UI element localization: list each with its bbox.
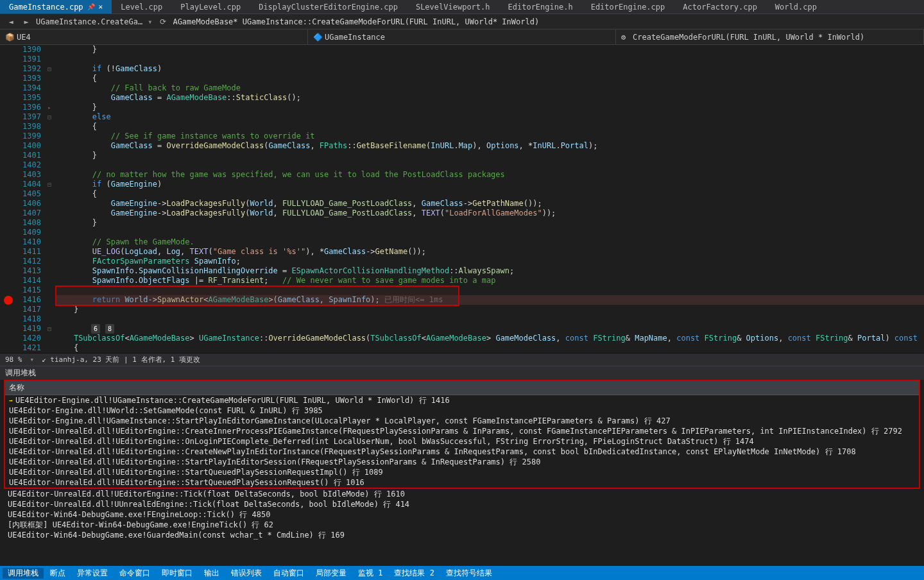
status-bar-tab[interactable]: 断点 — [45, 568, 71, 579]
code-line[interactable]: SpawnInfo.ObjectFlags |= RF_Transient; /… — [55, 276, 924, 286]
code-line[interactable] — [55, 160, 924, 170]
line-number: 1420 — [17, 334, 41, 343]
file-tab[interactable]: Level.cpp — [112, 0, 171, 13]
code-line[interactable] — [55, 228, 924, 237]
zoom-level[interactable]: 98 % — [5, 355, 22, 364]
callstack-column-header[interactable]: 名称 — [5, 381, 919, 395]
code-line[interactable]: // Spawn the GameMode. — [55, 237, 924, 247]
code-line[interactable] — [55, 286, 924, 295]
status-bar-tab[interactable]: 查找结果 2 — [389, 568, 439, 579]
code-line[interactable]: else — [55, 112, 924, 122]
file-tab[interactable]: PlayLevel.cpp — [171, 0, 250, 13]
code-line[interactable]: } — [55, 305, 924, 314]
code-line[interactable]: return World->SpawnActor<AGameModeBase>(… — [55, 295, 924, 305]
code-line[interactable]: } — [55, 103, 924, 112]
file-tab[interactable]: GameInstance.cpp📌✕ — [0, 0, 112, 13]
file-tab[interactable]: ActorFactory.cpp — [674, 0, 766, 13]
status-bar-tab[interactable]: 局部变量 — [311, 568, 352, 579]
callstack-frame[interactable]: UE4Editor-UnrealEd.dll!UEditorEngine::St… — [5, 457, 919, 467]
callstack-frame[interactable]: UE4Editor-UnrealEd.dll!UUnrealEdEngine::… — [0, 499, 924, 509]
callstack-frame[interactable]: UE4Editor-UnrealEd.dll!UEditorEngine::Cr… — [5, 447, 919, 457]
code-line[interactable]: } — [55, 151, 924, 160]
callstack-frame[interactable]: UE4Editor-Engine.dll!UWorld::SetGameMode… — [5, 405, 919, 416]
context-project[interactable]: 📦 UE4 — [0, 30, 308, 44]
callstack-frame[interactable]: ➡UE4Editor-Engine.dll!UGameInstance::Cre… — [5, 395, 919, 405]
code-line[interactable]: } — [55, 218, 924, 228]
file-tab[interactable]: World.cpp — [766, 0, 826, 13]
code-line[interactable]: TSubclassOf<AGameModeBase> UGameInstance… — [55, 334, 924, 343]
context-class[interactable]: 🔷 UGameInstance — [308, 30, 616, 44]
status-bar-tab[interactable]: 异常设置 — [72, 568, 113, 579]
code-line[interactable]: GameEngine->LoadPackagesFully(World, FUL… — [55, 209, 924, 218]
file-tab[interactable]: SLevelViewport.h — [407, 0, 499, 13]
fold-toggle-icon[interactable]: ⊟ — [44, 324, 55, 334]
file-tab[interactable]: EditorEngine.cpp — [582, 0, 674, 13]
context-function[interactable]: ⚙ CreateGameModeForURL(FURL InURL, UWorl… — [616, 30, 924, 44]
line-number: 1403 — [17, 170, 41, 180]
code-line[interactable]: SpawnInfo.SpawnCollisionHandlingOverride… — [55, 266, 924, 276]
close-icon[interactable]: ✕ — [99, 3, 103, 11]
code-line[interactable] — [55, 55, 924, 64]
status-bar-tab[interactable]: 查找符号结果 — [441, 568, 497, 579]
status-bar-tab[interactable]: 命令窗口 — [114, 568, 155, 579]
callstack-panel-title[interactable]: 调用堆栈 — [0, 366, 924, 380]
fold-toggle-icon[interactable]: ⊟ — [44, 112, 55, 122]
fold-toggle-icon[interactable]: ⊟ — [44, 180, 55, 189]
status-bar-tab[interactable]: 即时窗口 — [157, 568, 198, 579]
file-tab[interactable]: DisplayClusterEditorEngine.cpp — [250, 0, 407, 13]
code-line[interactable]: { — [55, 74, 924, 83]
line-number: 1405 — [17, 189, 41, 199]
code-lens-pill[interactable]: 8 — [105, 324, 114, 334]
status-bar-tab[interactable]: 输出 — [199, 568, 225, 579]
code-line[interactable]: { — [55, 189, 924, 199]
file-tab[interactable]: EditorEngine.h — [499, 0, 582, 13]
nav-short-path[interactable]: UGameInstance.CreateGa… — [36, 17, 142, 26]
status-bar-tab[interactable]: 自动窗口 — [268, 568, 309, 579]
callstack-frame[interactable]: UE4Editor-UnrealEd.dll!UEditorEngine::St… — [5, 467, 919, 477]
callstack-frame[interactable]: [内联框架] UE4Editor-Win64-DebugGame.exe!Eng… — [0, 520, 924, 530]
status-bar-tab[interactable]: 错误列表 — [226, 568, 267, 579]
code-line[interactable]: if (GameEngine) — [55, 180, 924, 189]
callstack-frame[interactable]: UE4Editor-Win64-DebugGame.exe!FEngineLoo… — [0, 509, 924, 520]
breakpoint-icon[interactable] — [4, 296, 13, 305]
function-icon: ⚙ — [621, 33, 630, 42]
code-line[interactable]: // See if game instance wants to overrid… — [55, 132, 924, 141]
callstack-frame[interactable]: UE4Editor-Engine.dll!UGameInstance::Star… — [5, 416, 919, 426]
line-number: 1390 — [17, 45, 41, 55]
navigation-bar: ◄ ► UGameInstance.CreateGa… ▾ ⟳ AGameMod… — [0, 14, 924, 30]
bottom-status-bar: 调用堆栈断点异常设置命令窗口即时窗口输出错误列表自动窗口局部变量监视 1查找结果… — [0, 566, 924, 580]
code-line[interactable]: GameClass = AGameModeBase::StaticClass()… — [55, 93, 924, 103]
pin-icon[interactable]: 📌 — [87, 3, 95, 10]
callstack-frame[interactable]: UE4Editor-UnrealEd.dll!UEditorEngine::On… — [5, 436, 919, 447]
code-line[interactable]: // no matter how the game was specified,… — [55, 170, 924, 180]
fold-toggle-icon[interactable]: ▸ — [44, 103, 55, 112]
callstack-frame[interactable]: UE4Editor-UnrealEd.dll!UEditorEngine::Ti… — [0, 489, 924, 499]
code-lens-pill[interactable]: 6 — [91, 324, 100, 334]
status-bar-tab[interactable]: 调用堆栈 — [3, 568, 44, 579]
code-content[interactable]: } if (!GameClass) { // Fall back to raw … — [55, 45, 924, 353]
fold-gutter[interactable]: ⊟▸⊟⊟⊟ — [44, 45, 55, 353]
nav-full-signature[interactable]: AGameModeBase* UGameInstance::CreateGame… — [173, 17, 539, 26]
code-line[interactable] — [55, 314, 924, 324]
code-line[interactable]: if (!GameClass) — [55, 64, 924, 74]
code-line[interactable]: // Fall back to raw GameMode — [55, 83, 924, 93]
code-editor[interactable]: 1390139113921393139413951396139713981399… — [0, 45, 924, 353]
code-line[interactable]: } — [55, 45, 924, 55]
nav-back-icon[interactable]: ◄ — [5, 16, 17, 28]
callstack-panel: 名称 ➡UE4Editor-Engine.dll!UGameInstance::… — [4, 380, 920, 489]
callstack-frame[interactable]: UE4Editor-UnrealEd.dll!UEditorEngine::Cr… — [5, 426, 919, 436]
status-bar-tab[interactable]: 监视 1 — [353, 568, 388, 579]
code-line[interactable]: FActorSpawnParameters SpawnInfo; — [55, 257, 924, 266]
code-line[interactable]: { — [55, 343, 924, 353]
fold-toggle-icon[interactable]: ⊟ — [44, 64, 55, 74]
callstack-frame[interactable]: UE4Editor-Win64-DebugGame.exe!GuardedMai… — [0, 530, 924, 540]
code-line[interactable]: UE_LOG(LogLoad, Log, TEXT("Game class is… — [55, 247, 924, 257]
nav-forward-icon[interactable]: ► — [21, 16, 32, 28]
git-blame-info[interactable]: ↙ tianhj-a, 23 天前 | 1 名作者, 1 项更改 — [42, 355, 200, 364]
nav-refresh-icon[interactable]: ⟳ — [157, 16, 169, 28]
breakpoint-gutter[interactable] — [0, 45, 17, 353]
code-line[interactable]: { — [55, 122, 924, 132]
code-line[interactable]: GameEngine->LoadPackagesFully(World, FUL… — [55, 199, 924, 209]
callstack-frame[interactable]: UE4Editor-UnrealEd.dll!UEditorEngine::St… — [5, 477, 919, 488]
code-line[interactable]: GameClass = OverrideGameModeClass(GameCl… — [55, 141, 924, 151]
